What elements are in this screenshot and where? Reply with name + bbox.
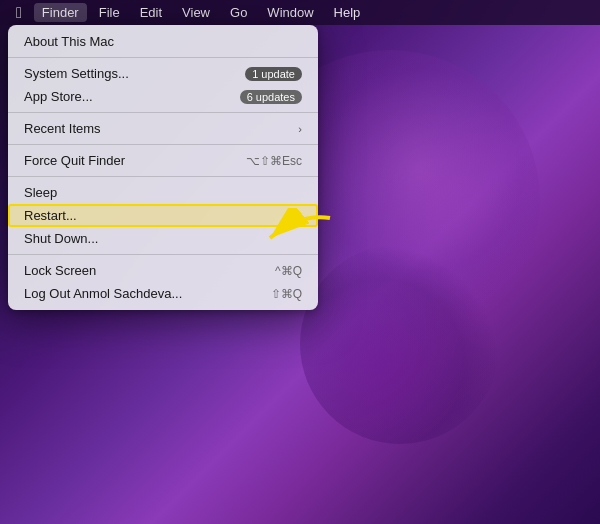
- separator-4: [8, 176, 318, 177]
- menu-item-lock-screen[interactable]: Lock Screen ^⌘Q: [8, 259, 318, 282]
- menu-item-restart[interactable]: Restart...: [8, 204, 318, 227]
- recent-items-chevron-icon: ›: [298, 123, 302, 135]
- menu-item-sleep[interactable]: Sleep: [8, 181, 318, 204]
- apple-menu-button[interactable]: : [8, 4, 30, 22]
- system-settings-badge: 1 update: [245, 67, 302, 81]
- app-store-badge: 6 updates: [240, 90, 302, 104]
- separator-3: [8, 144, 318, 145]
- menu-item-shut-down[interactable]: Shut Down...: [8, 227, 318, 250]
- menu-item-about-this-mac[interactable]: About This Mac: [8, 30, 318, 53]
- go-menu-button[interactable]: Go: [222, 3, 255, 22]
- force-quit-shortcut: ⌥⇧⌘Esc: [246, 154, 302, 168]
- separator-2: [8, 112, 318, 113]
- edit-menu-button[interactable]: Edit: [132, 3, 170, 22]
- view-menu-button[interactable]: View: [174, 3, 218, 22]
- help-menu-button[interactable]: Help: [326, 3, 369, 22]
- apple-dropdown-menu: About This Mac System Settings... 1 upda…: [8, 25, 318, 310]
- lock-screen-shortcut: ^⌘Q: [275, 264, 302, 278]
- menu-item-recent-items[interactable]: Recent Items ›: [8, 117, 318, 140]
- menu-item-log-out[interactable]: Log Out Anmol Sachdeva... ⇧⌘Q: [8, 282, 318, 305]
- log-out-shortcut: ⇧⌘Q: [271, 287, 302, 301]
- separator-1: [8, 57, 318, 58]
- window-menu-button[interactable]: Window: [259, 3, 321, 22]
- menu-item-app-store[interactable]: App Store... 6 updates: [8, 85, 318, 108]
- file-menu-button[interactable]: File: [91, 3, 128, 22]
- separator-5: [8, 254, 318, 255]
- menu-item-force-quit[interactable]: Force Quit Finder ⌥⇧⌘Esc: [8, 149, 318, 172]
- finder-menu-button[interactable]: Finder: [34, 3, 87, 22]
- desktop:  Finder File Edit View Go Window Help A…: [0, 0, 600, 524]
- menubar:  Finder File Edit View Go Window Help: [0, 0, 600, 25]
- menu-item-system-settings[interactable]: System Settings... 1 update: [8, 62, 318, 85]
